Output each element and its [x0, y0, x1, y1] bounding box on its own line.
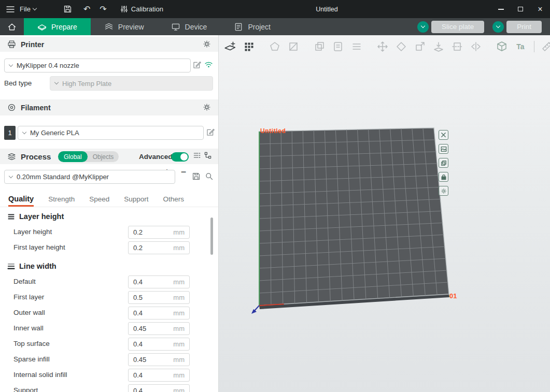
param-row: Internal solid infill 0.4mm	[0, 369, 218, 382]
printer-preset-select[interactable]: MyKlipper 0.4 nozzle	[4, 59, 191, 72]
tab-strength[interactable]: Strength	[48, 195, 75, 207]
advanced-toggle[interactable]	[171, 152, 189, 162]
lock-plate-icon[interactable]	[439, 172, 448, 182]
param-input[interactable]: 0.45mm	[128, 353, 190, 366]
mirror-icon[interactable]	[469, 39, 483, 54]
chevron-down-icon	[54, 80, 59, 84]
scale-icon[interactable]	[413, 39, 427, 54]
main-tabbar: Prepare Preview Device Project Slice pla…	[0, 18, 550, 35]
redo-icon[interactable]: ↷	[100, 5, 106, 13]
assembly-view-icon[interactable]	[495, 39, 509, 54]
color-paint-icon[interactable]	[331, 39, 345, 54]
param-label: Internal solid infill	[13, 371, 67, 379]
scope-global-button[interactable]: Global	[58, 151, 88, 162]
calibration-icon	[120, 5, 128, 13]
param-label: Sparse infill	[13, 355, 50, 363]
filament-icon	[7, 103, 16, 112]
add-plate-icon[interactable]	[223, 39, 237, 54]
line-width-icon	[7, 263, 15, 270]
rotate-icon[interactable]	[394, 39, 408, 54]
duplicate-plate-icon[interactable]	[439, 158, 448, 168]
process-preset-select[interactable]: 0.20mm Standard @MyKlipper	[4, 170, 175, 184]
slice-dropdown-icon[interactable]	[417, 21, 429, 33]
tab-prepare[interactable]: Prepare	[24, 18, 91, 35]
group-layer-height[interactable]: Layer height	[7, 212, 64, 221]
split-model-icon[interactable]	[286, 39, 301, 54]
edit-filament-icon[interactable]	[206, 128, 215, 137]
tab-others[interactable]: Others	[163, 195, 185, 207]
printer-section-title: Printer	[21, 40, 44, 49]
build-plate[interactable]: Untitled01	[219, 35, 550, 392]
param-input[interactable]: 0.45mm	[128, 322, 190, 335]
scope-objects-button[interactable]: Objects	[88, 153, 119, 161]
maximize-button[interactable]	[511, 0, 530, 18]
print-label[interactable]: Print	[506, 21, 542, 33]
plate-image-icon[interactable]	[439, 144, 448, 154]
sidebar-scrollbar[interactable]	[210, 217, 213, 255]
save-icon[interactable]	[63, 5, 72, 13]
toolbar-separator	[534, 41, 534, 52]
param-label: Top surface	[13, 340, 50, 347]
support-paint-icon[interactable]	[349, 39, 364, 54]
filament-index-badge[interactable]: 1	[4, 126, 16, 140]
param-input[interactable]: 0.4mm	[128, 307, 190, 320]
arrange-icon[interactable]	[242, 39, 256, 54]
print-button[interactable]: Print	[492, 21, 542, 33]
group-line-width[interactable]: Line width	[7, 262, 57, 270]
slice-plate-label[interactable]: Slice plate	[431, 21, 484, 33]
tab-preview[interactable]: Preview	[91, 18, 158, 35]
filament-section-header: Filament + −	[0, 99, 218, 115]
auto-orient-icon[interactable]	[267, 39, 282, 54]
measure-icon[interactable]	[540, 39, 550, 54]
tab-project[interactable]: Project	[220, 18, 284, 35]
clone-icon[interactable]	[312, 39, 327, 54]
search-icon[interactable]	[205, 172, 214, 181]
tab-quality[interactable]: Quality	[8, 195, 34, 207]
tab-device[interactable]: Device	[158, 18, 221, 35]
param-input[interactable]: 0.4mm	[128, 275, 190, 288]
undo-icon[interactable]: ↶	[83, 5, 90, 13]
filament-settings-gear-icon[interactable]	[203, 103, 211, 111]
param-input[interactable]: 0.5mm	[128, 291, 190, 304]
param-input[interactable]: 0.4mm	[128, 369, 190, 382]
cut-icon[interactable]	[450, 39, 464, 54]
param-input[interactable]: 0.2mm	[128, 241, 190, 254]
process-scope-segmented: Global Objects	[58, 151, 119, 162]
minimize-button[interactable]	[491, 0, 511, 18]
param-row: Top surface 0.4mm	[0, 338, 218, 351]
param-input[interactable]: 0.2mm	[128, 226, 190, 239]
close-button[interactable]: ×	[530, 0, 550, 18]
param-input[interactable]: 0.4mm	[128, 338, 190, 351]
viewport-toolbar: Ta	[223, 38, 550, 55]
viewport: Untitled01	[219, 35, 550, 392]
close-plate-icon[interactable]	[439, 130, 448, 140]
param-row: Outer wall 0.4mm	[0, 307, 218, 320]
param-row: Support 0.4mm	[0, 384, 218, 392]
file-menu[interactable]: File	[20, 5, 36, 13]
wifi-connection-icon[interactable]	[204, 60, 213, 69]
parameter-tree-icon[interactable]	[204, 151, 212, 159]
project-icon	[234, 22, 243, 32]
slice-plate-button[interactable]: Slice plate	[417, 21, 484, 33]
lay-flat-icon[interactable]	[431, 39, 446, 54]
move-icon[interactable]	[375, 39, 390, 54]
chevron-down-icon	[9, 62, 13, 66]
printer-settings-gear-icon[interactable]	[203, 40, 211, 48]
text-tool-icon[interactable]: Ta	[513, 39, 528, 54]
filament-preset-select[interactable]: My Generic PLA	[18, 126, 204, 140]
parameter-list-icon[interactable]	[193, 151, 201, 159]
maximize-icon	[518, 7, 523, 11]
calibration-button[interactable]: Calibration	[120, 5, 163, 13]
window-title: Untitled	[104, 6, 550, 13]
remove-filament-button[interactable]: −	[177, 166, 190, 178]
param-input[interactable]: 0.4mm	[128, 384, 190, 392]
edit-printer-icon[interactable]	[192, 61, 201, 69]
tab-speed[interactable]: Speed	[89, 195, 109, 207]
plate-settings-icon[interactable]	[439, 186, 448, 196]
print-dropdown-icon[interactable]	[492, 21, 504, 33]
bed-type-select[interactable]: High Temp Plate	[50, 76, 213, 91]
save-preset-icon[interactable]	[192, 172, 201, 181]
hamburger-menu-icon[interactable]	[6, 6, 15, 13]
home-button[interactable]	[0, 18, 24, 35]
tab-support[interactable]: Support	[124, 195, 148, 207]
